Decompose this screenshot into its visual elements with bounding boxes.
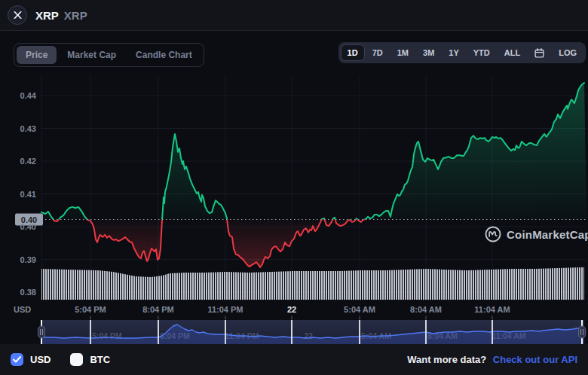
btc-checkbox[interactable] bbox=[70, 353, 83, 366]
svg-text:0.38: 0.38 bbox=[20, 288, 36, 297]
svg-text:0.44: 0.44 bbox=[20, 91, 37, 100]
svg-text:22: 22 bbox=[287, 305, 296, 314]
chart-type-tabs: PriceMarket CapCandle Chart bbox=[14, 43, 204, 67]
calendar-button[interactable] bbox=[528, 45, 551, 61]
log-scale-button[interactable]: LOG bbox=[552, 44, 583, 61]
svg-text:0.40: 0.40 bbox=[20, 222, 36, 231]
coin-name: XRP bbox=[35, 9, 59, 22]
svg-text:0.43: 0.43 bbox=[20, 124, 36, 133]
watermark-label: CoinMarketCap bbox=[507, 228, 588, 241]
range-button-1m[interactable]: 1M bbox=[390, 44, 415, 61]
volume-bars bbox=[41, 267, 584, 300]
tab-market-cap[interactable]: Market Cap bbox=[58, 46, 125, 64]
svg-text:0.39: 0.39 bbox=[20, 255, 36, 264]
range-button-3m[interactable]: 3M bbox=[416, 44, 441, 61]
coinmarketcap-logo-icon bbox=[485, 226, 501, 242]
svg-text:5:04 AM: 5:04 AM bbox=[344, 305, 375, 314]
range-button-ytd[interactable]: YTD bbox=[467, 44, 497, 61]
calendar-icon bbox=[534, 48, 544, 58]
svg-text:0.41: 0.41 bbox=[20, 190, 36, 199]
check-icon bbox=[13, 356, 21, 363]
svg-text:8:04 PM: 8:04 PM bbox=[142, 305, 174, 314]
coinmarketcap-watermark: CoinMarketCap bbox=[485, 226, 588, 242]
tab-candle-chart[interactable]: Candle Chart bbox=[127, 46, 201, 64]
svg-text:0.42: 0.42 bbox=[20, 157, 36, 166]
footer-bar: USD BTC Want more data? Check out our AP… bbox=[0, 344, 588, 375]
modal-header: XRP XRP bbox=[0, 0, 588, 31]
xrp-chart-modal: 0.400.440.430.420.410.400.390.385:04 PM8… bbox=[0, 0, 588, 375]
svg-text:8:04 AM: 8:04 AM bbox=[410, 305, 442, 314]
y-axis-labels: 0.440.430.420.410.400.390.38 bbox=[20, 91, 37, 297]
btc-checkbox-label: BTC bbox=[90, 354, 110, 365]
range-button-7d[interactable]: 7D bbox=[366, 44, 390, 61]
usd-checkbox[interactable] bbox=[11, 353, 23, 366]
x-axis-labels: 5:04 PM8:04 PM11:04 PM225:04 AM8:04 AM11… bbox=[75, 305, 510, 320]
xrp-logo-icon bbox=[8, 5, 27, 25]
api-link[interactable]: Check out our API bbox=[493, 354, 577, 365]
time-range-group: 1D7D1M3M1YYTDALLLOG bbox=[338, 42, 586, 63]
coin-ticker: XRP bbox=[64, 9, 87, 22]
range-navigator[interactable]: 5:04 PM8:04 PM11:04 PM225:04 AM8:04 AM11… bbox=[38, 320, 586, 344]
svg-text:11:04 PM: 11:04 PM bbox=[207, 305, 243, 314]
svg-text:11:04 AM: 11:04 AM bbox=[474, 305, 510, 314]
api-promo: Want more data? Check out our API bbox=[407, 354, 577, 365]
usd-checkbox-label: USD bbox=[30, 354, 51, 365]
svg-text:5:04 PM: 5:04 PM bbox=[75, 305, 106, 314]
range-button-all[interactable]: ALL bbox=[498, 44, 527, 61]
tab-price[interactable]: Price bbox=[17, 46, 57, 64]
range-button-1y[interactable]: 1Y bbox=[442, 44, 465, 61]
api-prompt-text: Want more data? bbox=[407, 354, 486, 365]
range-button-1d[interactable]: 1D bbox=[341, 44, 365, 61]
currency-axis-label: USD bbox=[14, 305, 31, 314]
